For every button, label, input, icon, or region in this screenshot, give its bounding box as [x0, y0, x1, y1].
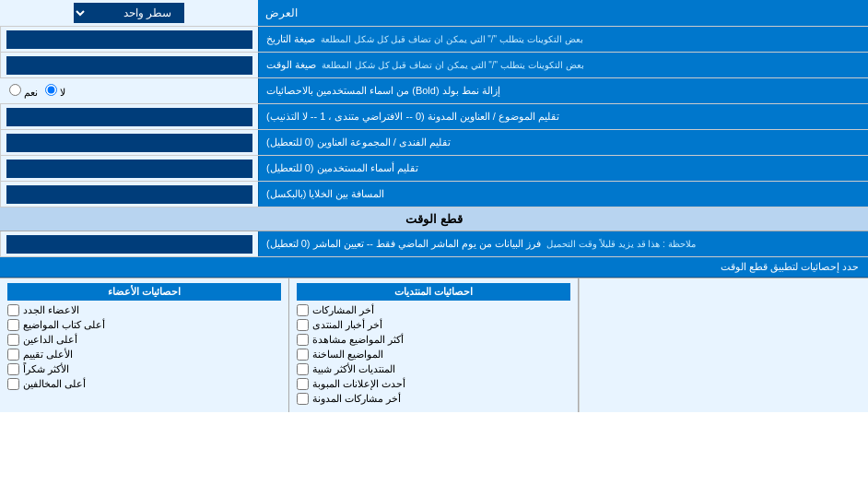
checkbox-classifieds[interactable] [297, 378, 309, 390]
topics-sort-row: تقليم الموضوع / العناوين المدونة (0 -- ا… [0, 104, 868, 130]
forum-sort-row: تقليم الفندى / المجموعة العناوين (0 للتع… [0, 130, 868, 156]
time-format-sublabel: بعض التكوينات يتطلب "/" التي يمكن ان تضا… [322, 59, 583, 72]
topics-sort-label: تقليم الموضوع / العناوين المدونة (0 -- ا… [258, 104, 868, 129]
checkbox-item-forum-news: أخر أخبار المنتدى [297, 319, 570, 331]
checkbox-top-rated[interactable] [7, 349, 19, 361]
checkbox-most-viewed-label: أكثر المواضيع مشاهدة [312, 334, 404, 346]
checkbox-top-authors[interactable] [7, 319, 19, 331]
time-format-input[interactable]: H:i [6, 56, 252, 75]
checkbox-col-empty [579, 278, 868, 412]
display-row: العرض سطر واحد سطرين ثلاثة أسطر [0, 0, 868, 27]
checkbox-new-members[interactable] [7, 304, 19, 316]
checkbox-item-blog-posts: أخر مشاركات المدونة [297, 393, 570, 405]
checkbox-item-popular-forums: المنتديات الأكثر شبية [297, 363, 570, 375]
checkbox-item-hot-topics: المواضيع الساخنة [297, 349, 570, 361]
date-format-sublabel: بعض التكوينات يتطلب "/" التي يمكن ان تضا… [321, 33, 582, 46]
checkbox-item-new-members: الاعضاء الجدد [7, 304, 281, 316]
date-format-label: بعض التكوينات يتطلب "/" التي يمكن ان تضا… [258, 27, 868, 52]
time-format-input-cell: H:i [0, 53, 258, 77]
cell-spacing-input-cell: 2 [0, 182, 258, 207]
cutoff-days-input[interactable]: 0 [6, 235, 252, 254]
bold-remove-label: إزالة نمط بولد (Bold) من اسماء المستخدمي… [258, 78, 868, 103]
checkbox-last-posts-label: أخر المشاركات [312, 304, 374, 316]
bold-remove-yes-label: نعم [9, 84, 38, 99]
checkbox-item-top-violators: أعلى المخالفين [7, 378, 281, 390]
checkbox-item-most-viewed: أكثر المواضيع مشاهدة [297, 334, 570, 346]
users-sort-label: تقليم أسماء المستخدمين (0 للتعطيل) [258, 156, 868, 181]
checkbox-forum-news[interactable] [297, 319, 309, 331]
checkbox-most-thanked-label: الأكثر شكراً [23, 363, 69, 375]
checkbox-forum-news-label: أخر أخبار المنتدى [312, 319, 382, 331]
users-sort-input-cell: 0 [0, 156, 258, 181]
display-label: العرض [258, 0, 868, 26]
checkbox-hot-topics-label: المواضيع الساخنة [312, 349, 383, 361]
cutoff-days-main-label: فرز البيانات من يوم الماشر الماضي فقط --… [266, 237, 541, 251]
checkbox-new-members-label: الاعضاء الجدد [23, 304, 79, 316]
bold-remove-yes-radio[interactable] [9, 84, 21, 96]
cutoff-section-header: قطع الوقت [0, 207, 868, 231]
checkbox-last-posts[interactable] [297, 304, 309, 316]
cutoff-days-note: ملاحظة : هذا قد يزيد قليلاً وقت التحميل [546, 238, 695, 251]
checkbox-col1-header: احصائيات الأعضاء [7, 283, 281, 301]
cell-spacing-row: المسافة بين الخلايا (بالبكسل) 2 [0, 182, 868, 207]
checkbox-item-most-thanked: الأكثر شكراً [7, 363, 281, 375]
checkbox-item-last-posts: أخر المشاركات [297, 304, 570, 316]
checkbox-top-rated-label: الأعلى تقييم [23, 349, 73, 361]
checkbox-col-members: احصائيات الأعضاء الاعضاء الجدد أعلى كتاب… [0, 278, 288, 412]
bold-remove-no-label: لا [45, 84, 65, 99]
checkbox-classifieds-label: أحدث الإعلانات المبوبة [312, 378, 405, 390]
cutoff-limit-label: حدد إحصائيات لتطبيق قطع الوقت [721, 261, 859, 272]
date-format-input-cell: d-m [0, 27, 258, 52]
topics-sort-input-cell: 33 [0, 104, 258, 129]
bold-remove-no-radio[interactable] [45, 84, 57, 96]
checkbox-item-classifieds: أحدث الإعلانات المبوبة [297, 378, 570, 390]
forum-sort-input-cell: 33 [0, 130, 258, 155]
users-sort-row: تقليم أسماء المستخدمين (0 للتعطيل) 0 [0, 156, 868, 182]
checkbox-top-violators-label: أعلى المخالفين [23, 378, 86, 390]
cutoff-days-row: ملاحظة : هذا قد يزيد قليلاً وقت التحميل … [0, 231, 868, 257]
date-format-input[interactable]: d-m [6, 30, 252, 49]
time-format-label: بعض التكوينات يتطلب "/" التي يمكن ان تضا… [258, 53, 868, 77]
cell-spacing-input[interactable]: 2 [6, 185, 252, 204]
checkbox-col-forums: احصائيات المنتديات أخر المشاركات أخر أخب… [288, 278, 579, 412]
checkbox-blog-posts-label: أخر مشاركات المدونة [312, 393, 401, 405]
checkbox-popular-forums-label: المنتديات الأكثر شبية [312, 363, 395, 375]
bold-remove-radio-cell: لا نعم [0, 78, 258, 103]
time-format-row: بعض التكوينات يتطلب "/" التي يمكن ان تضا… [0, 53, 868, 78]
cell-spacing-label: المسافة بين الخلايا (بالبكسل) [258, 182, 868, 207]
checkbox-item-top-authors: أعلى كتاب المواضيع [7, 319, 281, 331]
checkbox-top-authors-label: أعلى كتاب المواضيع [23, 319, 105, 331]
checkbox-col2-header: احصائيات المنتديات [297, 283, 570, 301]
checkbox-top-violators[interactable] [7, 378, 19, 390]
checkbox-top-inviters[interactable] [7, 334, 19, 346]
checkbox-area: احصائيات المنتديات أخر المشاركات أخر أخب… [0, 278, 868, 412]
checkbox-top-inviters-label: أعلى الداعين [23, 334, 77, 346]
checkbox-most-thanked[interactable] [7, 363, 19, 375]
display-dropdown-cell: سطر واحد سطرين ثلاثة أسطر [0, 0, 258, 26]
checkbox-hot-topics[interactable] [297, 349, 309, 361]
cutoff-days-input-cell: 0 [0, 231, 258, 256]
checkbox-popular-forums[interactable] [297, 363, 309, 375]
date-format-main-label: صيغة التاريخ [266, 32, 315, 46]
forum-sort-input[interactable]: 33 [6, 134, 252, 152]
bold-remove-row: إزالة نمط بولد (Bold) من اسماء المستخدمي… [0, 78, 868, 104]
users-sort-input[interactable]: 0 [6, 160, 252, 178]
checkbox-most-viewed[interactable] [297, 334, 309, 346]
display-select[interactable]: سطر واحد سطرين ثلاثة أسطر [74, 3, 184, 23]
checkbox-item-top-inviters: أعلى الداعين [7, 334, 281, 346]
forum-sort-label: تقليم الفندى / المجموعة العناوين (0 للتع… [258, 130, 868, 155]
checkbox-item-top-rated: الأعلى تقييم [7, 349, 281, 361]
checkbox-blog-posts[interactable] [297, 393, 309, 405]
time-format-main-label: صيغة الوقت [266, 58, 316, 72]
topics-sort-input[interactable]: 33 [6, 108, 252, 126]
cutoff-limit-row: حدد إحصائيات لتطبيق قطع الوقت [0, 257, 868, 278]
cutoff-days-label: ملاحظة : هذا قد يزيد قليلاً وقت التحميل … [258, 231, 868, 256]
date-format-row: بعض التكوينات يتطلب "/" التي يمكن ان تضا… [0, 27, 868, 53]
